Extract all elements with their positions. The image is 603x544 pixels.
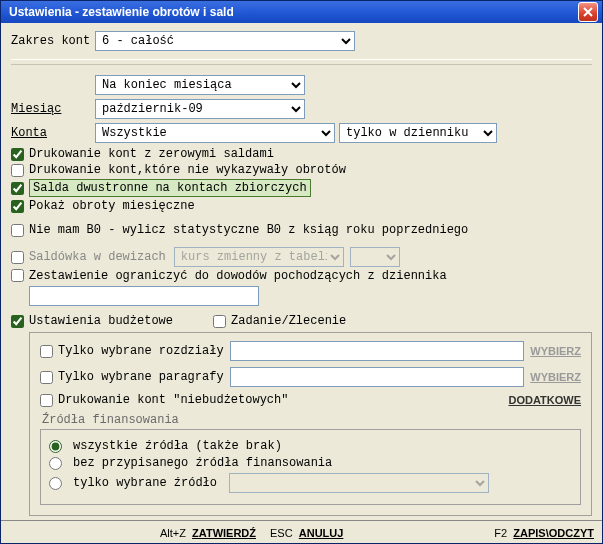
anuluj-button[interactable]: ANULUJ	[299, 527, 344, 539]
chk-zestawienie-dziennik[interactable]	[11, 269, 24, 282]
zestawienie-dziennik-field[interactable]	[29, 286, 259, 306]
zatwierdz-button[interactable]: ZATWIERDŹ	[192, 527, 256, 539]
chk-zadanie-zlecenie[interactable]	[213, 315, 226, 328]
radio-bez-przypisanego-label: bez przypisanego źródła finansowania	[73, 456, 332, 470]
hint-f2: F2	[494, 527, 507, 539]
zrodla-fieldset: wszystkie źródła (także brak) bez przypi…	[40, 429, 581, 505]
paragrafy-field[interactable]	[230, 367, 525, 387]
chk-rozdzialy-label: Tylko wybrane rozdziały	[58, 344, 224, 358]
chk-niebudzetowe-label: Drukowanie kont "niebudżetowych"	[58, 393, 288, 407]
radio-tylko-wybrane-label: tylko wybrane źródło	[73, 476, 217, 490]
radio-wszystkie-zrodla[interactable]	[49, 440, 62, 453]
chk-saldowka-dewizy-label: Saldówka w dewizach	[29, 250, 166, 264]
chk-zestawienie-dziennik-label: Zestawienie ograniczyć do dowodów pochod…	[29, 269, 447, 283]
label-miesiac: Miesiąc	[11, 102, 95, 116]
chk-nie-mam-b0[interactable]	[11, 224, 24, 237]
konta-select[interactable]: Wszystkie	[95, 123, 335, 143]
rozdzialy-field[interactable]	[230, 341, 525, 361]
zrodla-label: Źródła finansowania	[42, 413, 581, 427]
dziennik-filter-select[interactable]: tylko w dzienniku	[339, 123, 497, 143]
miesiac-select[interactable]: październik-09	[95, 99, 305, 119]
kurs-select-2	[350, 247, 400, 267]
radio-wszystkie-zrodla-label: wszystkie źródła (także brak)	[73, 439, 282, 453]
wybierz-paragrafy-button: WYBIERZ	[530, 371, 581, 383]
chk-zerowe-salda[interactable]	[11, 148, 24, 161]
bottom-bar: Alt+Z ZATWIERDŹ ESC ANULUJ F2 ZAPIS\ODCZ…	[1, 520, 602, 543]
chk-salda-dwustronne[interactable]	[11, 182, 24, 195]
chk-bez-obrotow[interactable]	[11, 164, 24, 177]
czas-select[interactable]: Na koniec miesiąca	[95, 75, 305, 95]
titlebar: Ustawienia - zestawienie obrotów i sald	[1, 1, 602, 23]
close-button[interactable]	[578, 2, 598, 22]
window-title: Ustawienia - zestawienie obrotów i sald	[9, 5, 234, 19]
label-zakres-kont: Zakres kont	[11, 34, 95, 48]
hint-altz: Alt+Z	[160, 527, 186, 539]
chk-obroty-miesieczne[interactable]	[11, 200, 24, 213]
wybierz-rozdzialy-button: WYBIERZ	[530, 345, 581, 357]
zapisodczyt-button[interactable]: ZAPIS\ODCZYT	[513, 527, 594, 539]
separator	[11, 59, 592, 65]
chk-ustawienia-budzetowe-label: Ustawienia budżetowe	[29, 314, 173, 328]
budget-box: Tylko wybrane rozdziały WYBIERZ Tylko wy…	[29, 332, 592, 516]
chk-paragrafy-label: Tylko wybrane paragrafy	[58, 370, 224, 384]
chk-bez-obrotow-label: Drukowanie kont,które nie wykazywały obr…	[29, 163, 346, 177]
chk-zadanie-zlecenie-label: Zadanie/Zlecenie	[231, 314, 346, 328]
chk-obroty-miesieczne-label: Pokaż obroty miesięczne	[29, 199, 195, 213]
chk-saldowka-dewizy[interactable]	[11, 251, 24, 264]
chk-nie-mam-b0-label: Nie mam B0 - wylicz statystyczne B0 z ks…	[29, 223, 468, 237]
dodatkowe-button[interactable]: DODATKOWE	[508, 394, 581, 406]
chk-rozdzialy[interactable]	[40, 345, 53, 358]
hint-esc: ESC	[270, 527, 293, 539]
chk-salda-dwustronne-label: Salda dwustronne na kontach zbiorczych	[29, 179, 311, 197]
radio-tylko-wybrane[interactable]	[49, 477, 62, 490]
zakres-kont-select[interactable]: 6 - całość	[95, 31, 355, 51]
zrodlo-select	[229, 473, 489, 493]
kurs-select: kurs zmienny z tabeli	[174, 247, 344, 267]
label-konta: Konta	[11, 126, 95, 140]
chk-paragrafy[interactable]	[40, 371, 53, 384]
chk-ustawienia-budzetowe[interactable]	[11, 315, 24, 328]
chk-niebudzetowe[interactable]	[40, 394, 53, 407]
radio-bez-przypisanego[interactable]	[49, 457, 62, 470]
close-icon	[583, 7, 593, 17]
chk-zerowe-salda-label: Drukowanie kont z zerowymi saldami	[29, 147, 274, 161]
